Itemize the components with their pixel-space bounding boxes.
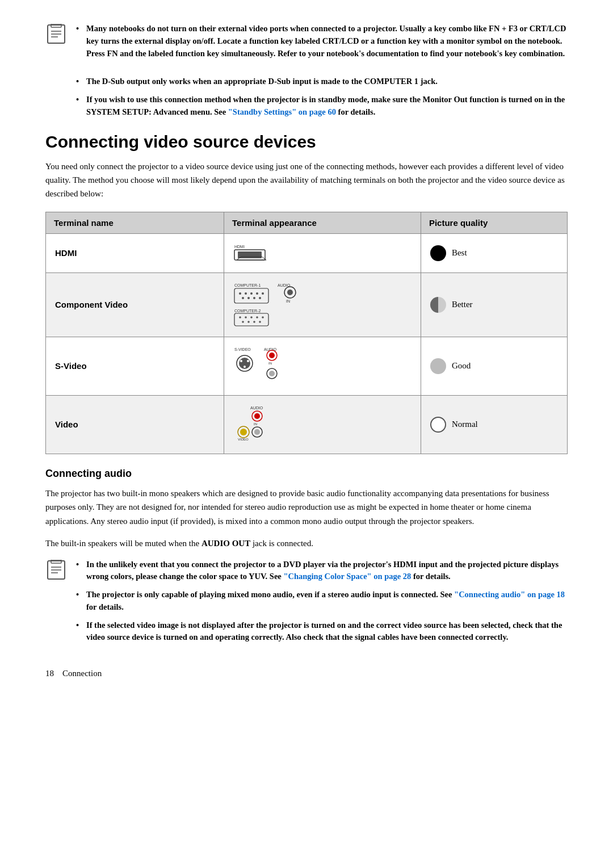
normal-circle	[430, 417, 446, 433]
connecting-audio-link[interactable]: "Connecting audio" on page 18	[454, 590, 565, 599]
section-title: Connecting video source devices	[45, 132, 568, 152]
svideo-label: S-Video	[55, 361, 87, 371]
svg-point-40	[247, 360, 249, 362]
best-circle	[430, 245, 446, 261]
video-connector-icon: AUDIO IN VIDEO	[233, 404, 301, 443]
note2-b2-suffix: for details.	[86, 602, 124, 611]
component-connector-icon: COMPUTER-1 AUDIO	[233, 281, 313, 326]
svg-point-18	[247, 297, 250, 299]
note-block-1: Many notebooks do not turn on their exte…	[45, 23, 568, 68]
svg-text:VIDEO: VIDEO	[238, 438, 249, 441]
svg-point-13	[245, 292, 247, 295]
better-circle	[430, 297, 446, 313]
svg-text:IN: IN	[268, 362, 272, 365]
svg-point-52	[240, 429, 247, 435]
bullet-item-dsub: The D-Sub output only works when an appr…	[76, 76, 568, 88]
footer-page-num: 18	[45, 669, 54, 678]
svg-point-28	[250, 316, 253, 318]
svg-text:S-VIDEO: S-VIDEO	[234, 347, 251, 351]
bullet3-suffix-text: for details.	[336, 107, 375, 116]
svg-point-26	[239, 316, 241, 318]
audio-para2-suffix: jack is connected.	[250, 539, 313, 548]
note-1-content: Many notebooks do not turn on their exte…	[76, 23, 568, 68]
note-icon-2	[45, 560, 70, 580]
svg-point-39	[240, 360, 242, 362]
svg-text:IN: IN	[286, 299, 290, 303]
hdmi-connector-icon: HDMI	[233, 242, 273, 262]
svg-point-43	[269, 353, 275, 358]
note-icon-1	[45, 24, 70, 44]
hdmi-quality-cell: Best	[421, 233, 567, 272]
bullet-item-standby: If you wish to use this connection metho…	[76, 94, 568, 119]
audio-para-1: The projector has two built-in mono spea…	[45, 487, 568, 529]
good-label: Good	[452, 361, 471, 371]
svg-text:HDMI: HDMI	[234, 245, 245, 249]
svg-rect-25	[234, 313, 268, 326]
video-quality-cell: Normal	[421, 395, 567, 454]
svg-point-34	[259, 321, 261, 323]
svideo-appearance-cell: S-VIDEO AUDIO IN	[224, 337, 421, 395]
component-appearance-cell: COMPUTER-1 AUDIO	[224, 272, 421, 337]
svideo-quality-cell: Good	[421, 337, 567, 395]
svg-rect-11	[234, 288, 268, 303]
svg-text:IN: IN	[254, 422, 257, 426]
note-2-content: In the unlikely event that you connect t…	[76, 559, 568, 652]
svg-point-41	[243, 366, 246, 368]
component-quality: Better	[430, 297, 558, 313]
svg-point-14	[250, 292, 253, 295]
note-1-item-1: Many notebooks do not turn on their exte…	[76, 23, 568, 60]
hdmi-appearance-cell: HDMI	[224, 233, 421, 272]
svideo-connector-icon: S-VIDEO AUDIO IN	[233, 345, 307, 385]
svg-point-49	[254, 413, 260, 419]
svg-point-20	[259, 297, 261, 299]
svg-point-55	[254, 429, 260, 435]
table-row-svideo: S-Video S-VIDEO AUDIO IN	[46, 337, 568, 395]
audio-para-2: The built-in speakers will be muted when…	[45, 536, 568, 551]
svg-point-17	[242, 297, 244, 299]
audio-para2-prefix: The built-in speakers will be muted when…	[45, 539, 201, 548]
video-appearance-cell: AUDIO IN VIDEO	[224, 395, 421, 454]
note-2-item-2: The projector is only capable of playing…	[76, 589, 568, 614]
video-name-cell: Video	[46, 395, 224, 454]
connecting-audio-title: Connecting audio	[45, 468, 568, 480]
note-2-list: In the unlikely event that you connect t…	[76, 559, 568, 644]
col-header-quality: Picture quality	[421, 212, 567, 233]
table-row-video: Video AUDIO IN VIDEO	[46, 395, 568, 454]
svideo-quality: Good	[430, 358, 558, 374]
component-quality-cell: Better	[421, 272, 567, 337]
svg-point-19	[253, 297, 255, 299]
col-header-appearance: Terminal appearance	[224, 212, 421, 233]
svg-point-12	[239, 292, 241, 295]
svg-text:COMPUTER-1: COMPUTER-1	[234, 283, 261, 287]
svg-point-46	[269, 371, 275, 376]
note-1-list: Many notebooks do not turn on their exte…	[76, 23, 568, 60]
hdmi-quality: Best	[430, 245, 558, 261]
note-2-item-1: In the unlikely event that you connect t…	[76, 559, 568, 584]
audio-out-bold: AUDIO OUT	[201, 539, 250, 548]
standby-settings-link[interactable]: "Standby Settings" on page 60	[228, 107, 336, 116]
component-label: Component Video	[55, 300, 128, 309]
good-circle	[430, 358, 446, 374]
better-label: Better	[452, 300, 473, 309]
note2-b2-prefix: The projector is only capable of playing…	[86, 590, 454, 599]
svideo-name-cell: S-Video	[46, 337, 224, 395]
svg-point-30	[262, 316, 264, 318]
col-header-terminal: Terminal name	[46, 212, 224, 233]
svg-text:AUDIO: AUDIO	[250, 406, 263, 410]
note2-b1-suffix: for details.	[411, 572, 450, 581]
svg-point-32	[247, 321, 250, 323]
intro-paragraph: You need only connect the projector to a…	[45, 160, 568, 200]
normal-label: Normal	[452, 420, 478, 429]
footer: 18 Connection	[45, 669, 568, 678]
footer-section: Connection	[62, 669, 102, 678]
note-2-item-3: If the selected video image is not displ…	[76, 619, 568, 644]
component-name-cell: Component Video	[46, 272, 224, 337]
svg-point-29	[256, 316, 258, 318]
svg-point-15	[256, 292, 258, 295]
video-source-table: Terminal name Terminal appearance Pictur…	[45, 212, 568, 454]
svg-point-27	[245, 316, 247, 318]
svg-rect-7	[238, 251, 262, 258]
table-row-component: Component Video COMPUTER-1 AUDIO	[46, 272, 568, 337]
color-space-link[interactable]: "Changing Color Space" on page 28	[283, 572, 411, 581]
top-bullet-list: The D-Sub output only works when an appr…	[76, 76, 568, 118]
